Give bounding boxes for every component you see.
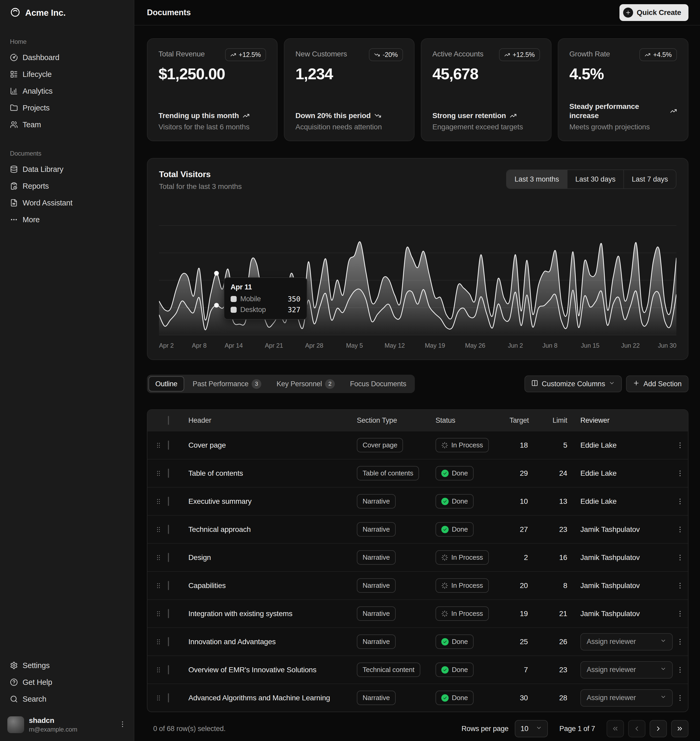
tab-key-personnel[interactable]: Key Personnel2 (270, 376, 341, 391)
chart-canvas[interactable]: Apr 2Apr 8Apr 14Apr 21Apr 28May 5May 12M… (159, 198, 676, 351)
row-target[interactable]: 30 (510, 694, 538, 702)
row-target[interactable]: 2 (510, 553, 538, 562)
row-checkbox[interactable] (168, 497, 169, 506)
trend-up-icon (230, 52, 236, 58)
row-target[interactable]: 25 (510, 638, 538, 646)
row-checkbox[interactable] (168, 693, 169, 703)
sidebar-item-more[interactable]: More (5, 211, 129, 228)
row-menu-button[interactable] (672, 554, 688, 562)
help-icon (10, 678, 18, 686)
row-limit[interactable]: 21 (538, 610, 570, 618)
row-target[interactable]: 27 (510, 525, 538, 534)
row-menu-button[interactable] (672, 638, 688, 646)
status-badge: In Process (435, 438, 489, 452)
user-menu[interactable]: shadcn m@example.com (5, 714, 129, 735)
table-row: Technical approach Narrative Done 27 23 … (147, 515, 688, 543)
assign-reviewer-select[interactable]: Assign reviewer (580, 689, 673, 707)
row-limit[interactable]: 28 (538, 694, 570, 702)
assign-reviewer-select[interactable]: Assign reviewer (580, 633, 673, 650)
row-target[interactable]: 18 (510, 441, 538, 450)
sidebar-item-lifecycle[interactable]: Lifecycle (5, 66, 129, 83)
add-section-button[interactable]: Add Section (626, 375, 688, 392)
drag-handle[interactable] (147, 582, 162, 590)
drag-handle[interactable] (147, 498, 162, 505)
row-checkbox[interactable] (168, 609, 169, 618)
row-checkbox[interactable] (168, 525, 169, 534)
tooltip-date: Apr 11 (231, 283, 300, 291)
stat-label: Growth Rate (569, 48, 610, 58)
row-checkbox[interactable] (168, 441, 169, 450)
drag-handle[interactable] (147, 526, 162, 533)
tab-focus-documents[interactable]: Focus Documents (343, 376, 413, 391)
col-section-type: Section Type (350, 416, 431, 425)
customize-columns-button[interactable]: Customize Columns (525, 375, 622, 392)
last-page-button[interactable] (671, 720, 688, 737)
drag-handle[interactable] (147, 694, 162, 702)
sidebar-item-dashboard[interactable]: Dashboard (5, 49, 129, 66)
range-last-3-months[interactable]: Last 3 months (507, 170, 567, 188)
sidebar-nav: HomeDashboardLifecycleAnalyticsProjectsT… (0, 25, 134, 228)
stat-label: New Customers (296, 48, 347, 58)
row-menu-button[interactable] (672, 610, 688, 618)
stat-footer-title: Steady performance increase (569, 102, 677, 120)
range-last-7-days[interactable]: Last 7 days (624, 170, 676, 188)
row-target[interactable]: 10 (510, 497, 538, 506)
row-checkbox[interactable] (168, 637, 169, 646)
brand[interactable]: Acme Inc. (0, 0, 134, 25)
row-menu-button[interactable] (672, 441, 688, 449)
drag-handle[interactable] (147, 470, 162, 477)
sidebar-item-search[interactable]: Search (5, 691, 129, 707)
prev-page-button[interactable] (628, 720, 646, 737)
row-menu-button[interactable] (672, 497, 688, 505)
stat-card-growth-rate: Growth Rate +4.5% 4.5% Steady performanc… (558, 38, 688, 141)
tab-count-badge: 2 (325, 379, 335, 389)
row-limit[interactable]: 5 (538, 441, 570, 450)
row-limit[interactable]: 24 (538, 469, 570, 478)
assign-reviewer-select[interactable]: Assign reviewer (580, 661, 673, 679)
first-page-button[interactable] (607, 720, 624, 737)
row-limit[interactable]: 13 (538, 497, 570, 506)
row-checkbox[interactable] (168, 665, 169, 674)
status-badge: Done (435, 663, 474, 677)
row-limit[interactable]: 23 (538, 525, 570, 534)
drag-handle[interactable] (147, 638, 162, 645)
row-checkbox[interactable] (168, 553, 169, 562)
drag-handle[interactable] (147, 554, 162, 561)
row-limit[interactable]: 8 (538, 581, 570, 590)
tab-outline[interactable]: Outline (149, 376, 184, 391)
row-target[interactable]: 19 (510, 610, 538, 618)
sidebar-item-projects[interactable]: Projects (5, 100, 129, 116)
row-limit[interactable]: 23 (538, 666, 570, 674)
sidebar-item-settings[interactable]: Settings (5, 657, 129, 674)
row-limit[interactable]: 16 (538, 553, 570, 562)
row-target[interactable]: 29 (510, 469, 538, 478)
tab-past-performance[interactable]: Past Performance3 (186, 376, 268, 391)
row-limit[interactable]: 26 (538, 638, 570, 646)
row-menu-button[interactable] (672, 582, 688, 590)
drag-handle[interactable] (147, 666, 162, 673)
quick-create-button[interactable]: Quick Create (619, 4, 688, 21)
row-menu-button[interactable] (672, 526, 688, 534)
row-menu-button[interactable] (672, 666, 688, 674)
row-target[interactable]: 20 (510, 581, 538, 590)
sidebar-item-get-help[interactable]: Get Help (5, 674, 129, 691)
sidebar-item-reports[interactable]: Reports (5, 178, 129, 194)
row-menu-button[interactable] (672, 469, 688, 477)
select-all-checkbox[interactable] (168, 416, 169, 425)
sidebar-item-team[interactable]: Team (5, 116, 129, 133)
sidebar-item-analytics[interactable]: Analytics (5, 83, 129, 100)
sidebar-section-label: Documents (5, 150, 129, 157)
drag-handle[interactable] (147, 610, 162, 618)
range-last-30-days[interactable]: Last 30 days (567, 170, 624, 188)
row-checkbox[interactable] (168, 469, 169, 478)
drag-handle[interactable] (147, 442, 162, 449)
next-page-button[interactable] (650, 720, 667, 737)
rows-per-page-select[interactable]: 10 (515, 720, 548, 737)
user-kebab-icon[interactable] (119, 720, 126, 729)
row-target[interactable]: 7 (510, 666, 538, 674)
row-menu-button[interactable] (672, 694, 688, 702)
sidebar-item-word-assistant[interactable]: Word Assistant (5, 194, 129, 211)
section-type-badge: Narrative (357, 522, 396, 537)
row-checkbox[interactable] (168, 581, 169, 590)
sidebar-item-data-library[interactable]: Data Library (5, 161, 129, 178)
